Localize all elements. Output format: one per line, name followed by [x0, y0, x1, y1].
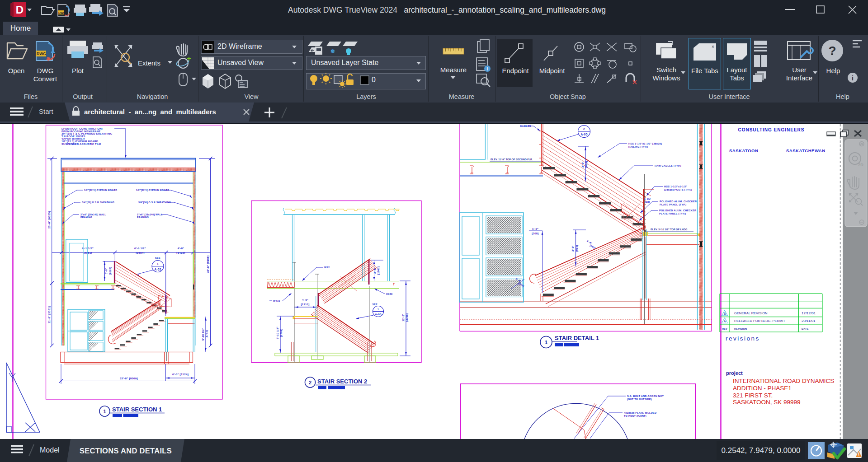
svg-text:SASKATOON: SASKATOON	[729, 148, 758, 153]
svg-text:!: !	[858, 452, 859, 457]
svg-text:[1210]: [1210]	[301, 303, 310, 306]
svg-text:5'-10 1/2": 5'-10 1/2"	[276, 327, 279, 339]
svg-text:[1067]: [1067]	[109, 267, 112, 275]
svg-text:17/12/01: 17/12/01	[802, 311, 816, 315]
svg-text:DWG: DWG	[37, 51, 46, 56]
svg-text:[162]: [162]	[590, 244, 596, 250]
svg-text:W410: W410	[273, 299, 280, 302]
svg-text:[914]: [914]	[576, 245, 578, 252]
svg-text:(NUT TO OUTSIDE): (NUT TO OUTSIDE)	[627, 398, 652, 401]
svg-text:3'-8": 3'-8"	[105, 268, 108, 274]
svg-text:i: i	[852, 75, 854, 82]
svg-text:4'-0": 4'-0"	[302, 299, 308, 301]
svg-text:?: ?	[828, 44, 836, 58]
svg-text:[3708]: [3708]	[406, 313, 408, 322]
svg-text:[38x38] POSTS (TYP.): [38x38] POSTS (TYP.)	[664, 188, 692, 191]
svg-text:A-05: A-05	[375, 313, 382, 316]
svg-text:STAIR DETAIL 1: STAIR DETAIL 1	[555, 335, 599, 341]
svg-text:6'-6 1/2": 6'-6 1/2"	[134, 247, 146, 250]
svg-text:ELEV. 11'-9" TOP OF SECOND FLR: ELEV. 11'-9" TOP OF SECOND FLR.	[491, 158, 533, 161]
svg-text:22'-8" [8009]: 22'-8" [8009]	[120, 377, 138, 380]
svg-text:3'-0": 3'-0"	[581, 161, 584, 168]
svg-text:A-05: A-05	[580, 133, 587, 136]
svg-text:RAILING (TYP.): RAILING (TYP.)	[628, 145, 648, 148]
svg-text:3/4"[30] O.S.B SHEATHING: 3/4"[30] O.S.B SHEATHING	[138, 201, 171, 204]
svg-text:1-1/2: 1-1/2	[644, 197, 651, 200]
svg-text:321 FIRST ST.: 321 FIRST ST.	[733, 392, 773, 399]
svg-text:2: 2	[583, 127, 585, 131]
svg-text:RELEASED FOR BLDG. PERMIT: RELEASED FOR BLDG. PERMIT	[734, 319, 785, 323]
svg-text:[914]: [914]	[585, 161, 588, 168]
svg-text:×: ×	[712, 44, 714, 49]
svg-text:1: 1	[545, 340, 547, 345]
svg-text:HSS 1-1/2"x1-1/2" [38x38]: HSS 1-1/2"x1-1/2" [38x38]	[628, 142, 662, 145]
svg-text:[1422]: [1422]	[176, 251, 185, 254]
svg-text:SUSPENDED ACOUSTIC TILE: SUSPENDED ACOUSTIC TILE	[61, 143, 101, 145]
svg-text:[38]: [38]	[645, 201, 650, 203]
svg-text:ADDITION - PHASE1: ADDITION - PHASE1	[733, 385, 792, 392]
svg-text:3'-0": 3'-0"	[571, 245, 574, 252]
svg-text:[308]: [308]	[532, 232, 538, 235]
svg-text:DWG: DWG	[58, 11, 66, 14]
svg-text:DATE: DATE	[802, 327, 809, 330]
svg-text:D: D	[16, 4, 24, 16]
svg-text:S.S. BOLT AND ACORN NUT: S.S. BOLT AND ACORN NUT	[627, 395, 664, 397]
svg-text:A-05: A-05	[154, 268, 161, 271]
svg-text:STAIR SECTION 1: STAIR SECTION 1	[112, 406, 162, 413]
svg-text:2D: 2D	[858, 163, 863, 167]
svg-text:C360: C360	[386, 293, 392, 295]
svg-text:5'-10 1/2": 5'-10 1/2"	[202, 328, 204, 341]
svg-text:W12: W12	[324, 266, 330, 269]
svg-text:REVISION: REVISION	[734, 327, 747, 330]
svg-text:GENERAL REVISION: GENERAL REVISION	[734, 311, 768, 315]
svg-text:SASKATOON, SK 99999: SASKATOON, SK 99999	[733, 399, 801, 406]
svg-text:2: 2	[309, 380, 311, 385]
svg-text:HSS 1-1/2"x1-1/2": HSS 1-1/2"x1-1/2"	[664, 185, 687, 188]
svg-text:B: B	[724, 312, 726, 315]
svg-text:20'-8" [6325]: 20'-8" [6325]	[48, 211, 51, 229]
svg-text:POLISHED ALUM. CHECKER: POLISHED ALUM. CHECKER	[659, 209, 696, 212]
svg-text:SASKATCHEWAN: SASKATCHEWAN	[786, 148, 826, 153]
svg-text:32'-8" [9908]: 32'-8" [9908]	[207, 256, 209, 273]
svg-text:[1791]: [1791]	[280, 329, 283, 337]
svg-text:4x38x38 PLATE-WELDED: 4x38x38 PLATE-WELDED	[624, 411, 656, 414]
svg-text:PLATE PANEL (TYP.): PLATE PANEL (TYP.)	[659, 212, 686, 215]
svg-text:SEE: SEE	[155, 257, 160, 259]
svg-text:SEE: SEE	[372, 303, 377, 306]
svg-text:[2604]: [2604]	[136, 251, 144, 254]
svg-text:ELEV. 5'-10 1/2" TOP OF LNDG: ELEV. 5'-10 1/2" TOP OF LNDG	[651, 228, 687, 231]
svg-text:revisions: revisions	[726, 335, 760, 342]
svg-text:FRAMING: FRAMING	[137, 216, 149, 219]
svg-text:11'-8" [3581]: 11'-8" [3581]	[48, 306, 51, 323]
svg-text:CONSULTING ENGINEERS: CONSULTING ENGINEERS	[738, 127, 804, 132]
svg-text:❅: ❅	[330, 48, 335, 55]
svg-text:1: 1	[157, 262, 159, 266]
svg-text:1: 1	[377, 308, 379, 311]
svg-text:RAW CABLES (TYP.): RAW CABLES (TYP.)	[655, 164, 681, 167]
svg-text:INTERNATIONAL ROAD DYNAMICS: INTERNATIONAL ROAD DYNAMICS	[733, 378, 834, 384]
svg-text:1/2"[12.5] GYPSUM BOARD: 1/2"[12.5] GYPSUM BOARD	[84, 189, 117, 191]
svg-text:FRAMING: FRAMING	[80, 216, 92, 219]
svg-text:[1781]: [1781]	[205, 330, 208, 338]
svg-text:12'-2": 12'-2"	[402, 313, 405, 321]
svg-text:STAIR SECTION 2: STAIR SECTION 2	[317, 378, 367, 385]
svg-text:PLATE PANEL (TYP.): PLATE PANEL (TYP.)	[660, 203, 686, 206]
svg-text:[1067]: [1067]	[377, 266, 380, 275]
svg-text:1/2"[12.5] GYPSUM BOARD: 1/2"[12.5] GYPSUM BOARD	[136, 189, 169, 191]
svg-text:3'-8": 3'-8"	[373, 267, 376, 274]
svg-text:4'-8": 4'-8"	[178, 247, 184, 250]
svg-text:6'-0" [1524]: 6'-0" [1524]	[172, 373, 189, 376]
svg-text:20/11/01: 20/11/01	[802, 319, 816, 323]
svg-text:project: project	[726, 370, 743, 376]
svg-text:POLISHED ALUM. CHECKER: POLISHED ALUM. CHECKER	[660, 200, 697, 203]
svg-text:A: A	[724, 320, 726, 323]
svg-text:1: 1	[103, 409, 106, 414]
svg-text:TO POST (PAINT): TO POST (PAINT)	[624, 415, 646, 417]
svg-text:1'-0": 1'-0"	[532, 228, 538, 230]
svg-text:3/4"[30] O.S.B SHEATHING: 3/4"[30] O.S.B SHEATHING	[82, 201, 114, 204]
svg-text:i: i	[487, 67, 488, 71]
svg-text:REV: REV	[722, 327, 727, 330]
